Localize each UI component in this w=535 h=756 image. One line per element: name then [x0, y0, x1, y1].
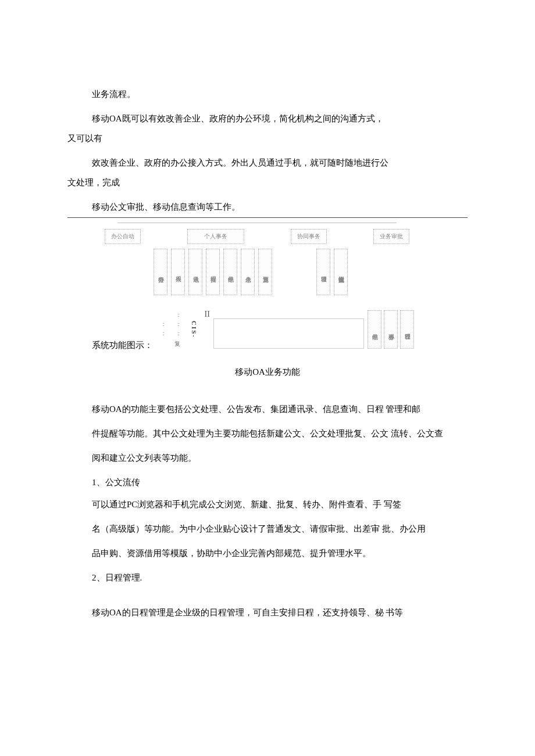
diagram-box: 协同事务 [291, 229, 327, 244]
paragraph: 移动OA的日程管理是企业级的日程管理，可自主安排日程，还支持领导、秘 书等 [67, 605, 468, 619]
diagram-label-cis: CIS- [188, 321, 199, 338]
list-heading: 1、公文流传 [67, 475, 468, 489]
diagram-vbox: 日程安排 [206, 249, 220, 295]
paragraph: 件提醒等功能。其中公文处理为主要功能包括新建公文、公文处理批复、公文 流转、公文… [67, 427, 468, 440]
diagram-box: 业务审批 [373, 229, 409, 244]
diagram-vbox: 电子邮件 [223, 249, 237, 295]
underlined-paragraph: 移动公文审批、移动信息查询等工作。 [67, 200, 468, 218]
diagram-dots: ：：： [173, 310, 183, 338]
diagram-vbox: 个人信息 [241, 249, 255, 295]
diagram-vbox: 个人日程 [171, 249, 185, 295]
paragraph: 移动公文审批、移动信息查询等工作。 [67, 200, 468, 214]
diagram-box: 办公自动 [105, 229, 141, 244]
paragraph: 可以通过PC浏览器和手机完成公文浏览、新建、批复、转办、附件查看、手 写签 [67, 497, 468, 511]
paragraph-tail: 文处理，完成 [67, 175, 468, 189]
diagram-label-fu: 复 [174, 339, 210, 349]
diagram-label-ii: II [205, 308, 210, 321]
diagram-vbox: 待办公报 [154, 249, 167, 295]
paragraph: 移动OA既可以有效改善企业、政府的办公环境，简化机构之间的沟通方式， [67, 112, 468, 126]
paragraph: 效改善企业、政府的办公接入方式。外出人员通过手机，就可随时随地进行公 [67, 156, 468, 170]
diagram-box: 个人事务 [187, 229, 244, 244]
paragraph: 名（高级版）等功能。为中小企业贴心设计了普通发文、请假审批、出差审 批、办公用 [67, 522, 468, 536]
section-title: 移动OA业务功能 [67, 365, 468, 379]
paragraph: 品申购、资源借用等模版，协助中小企业完善内部规范、提升管理水平。 [67, 546, 468, 560]
paragraph-tail: 又可以有 [67, 131, 468, 145]
diagram-vbox: 通讯录 [188, 249, 202, 295]
diagram-vbox: 网上会议交流审批 [334, 249, 348, 295]
paragraph: 阅和建立公文列表等功能。 [67, 451, 468, 465]
system-function-diagram: 办公自动 个人事务 协同事务 业务审批 待办公报 个人日程 通讯录 日程安排 电… [100, 223, 414, 349]
diagram-vbox: 资源预定 [258, 249, 272, 295]
diagram-vbox: 项目管理 [316, 249, 330, 295]
paragraph: 移动OA的功能主要包括公文处理、公告发布、集团通讯录、信息查询、日程 管理和邮 [67, 402, 468, 416]
diagram-dots: ：： [158, 320, 167, 338]
diagram-vbox: 日程管理 [400, 310, 414, 349]
diagram-vbox: 事务办理 [384, 310, 398, 349]
diagram-rectangle [213, 318, 364, 349]
paragraph: 业务流程。 [67, 87, 468, 101]
list-heading: 2、日程管理. [67, 571, 468, 585]
diagram-vbox: 电子邮件 [368, 310, 381, 349]
